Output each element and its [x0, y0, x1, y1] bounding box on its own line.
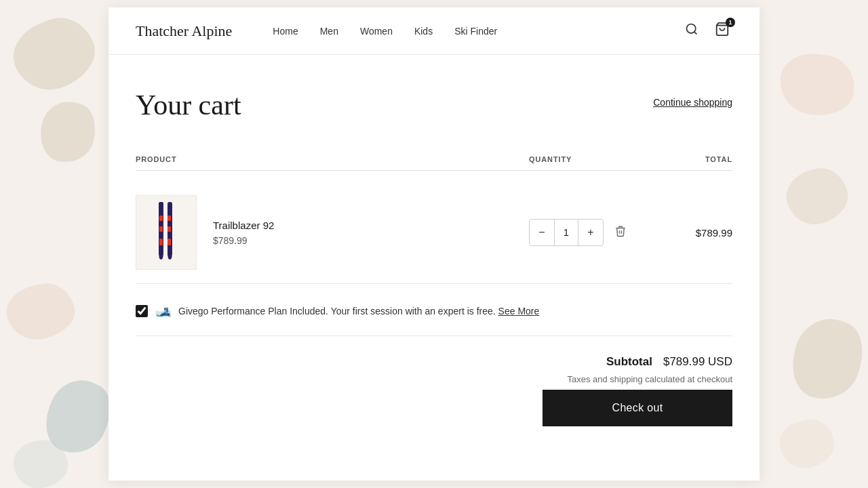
svg-line-1: [694, 32, 697, 35]
svg-rect-17: [167, 239, 171, 245]
subtotal-row: Subtotal $789.99 USD: [606, 355, 732, 369]
nav-link-home[interactable]: Home: [273, 26, 298, 37]
tax-note: Taxes and shipping calculated at checkou…: [567, 374, 732, 384]
givego-text: Givego Performance Plan Included. Your f…: [178, 306, 539, 317]
total-column-header: Total: [651, 155, 732, 163]
nav-links: Home Men Women Kids Ski Finder: [273, 26, 682, 37]
search-icon: [685, 22, 698, 36]
quantity-increase-button[interactable]: +: [578, 220, 603, 245]
givego-section: 🎿 Givego Performance Plan Included. Your…: [136, 284, 732, 336]
navbar: Thatcher Alpine Home Men Women Kids Ski …: [108, 7, 760, 55]
product-name: Trailblazer 92: [213, 220, 274, 231]
svg-point-11: [159, 253, 163, 260]
subtotal-section: Subtotal $789.99 USD Taxes and shipping …: [136, 336, 732, 440]
product-unit-price: $789.99: [213, 235, 274, 246]
cart-badge: 1: [726, 18, 735, 27]
product-image: [136, 195, 197, 270]
quantity-cell: − 1 +: [529, 219, 651, 246]
nav-link-men[interactable]: Men: [320, 26, 338, 37]
svg-rect-9: [159, 239, 163, 245]
svg-rect-15: [167, 226, 171, 232]
nav-icons: 1: [682, 19, 732, 43]
svg-rect-16: [167, 232, 171, 239]
givego-checkbox[interactable]: [136, 305, 148, 317]
nav-link-ski-finder[interactable]: Ski Finder: [454, 26, 497, 37]
svg-rect-8: [159, 232, 163, 239]
cart-button[interactable]: 1: [712, 19, 732, 43]
trash-icon: [614, 225, 627, 237]
svg-rect-6: [159, 221, 163, 226]
cart-columns: Product Quantity Total: [136, 148, 732, 171]
svg-rect-5: [159, 216, 163, 221]
product-info: Trailblazer 92 $789.99: [213, 220, 274, 246]
quantity-column-header: Quantity: [529, 155, 651, 163]
quantity-value: 1: [554, 220, 578, 245]
givego-icon: 🎿: [155, 303, 172, 319]
svg-point-19: [168, 253, 172, 260]
svg-point-0: [687, 24, 696, 33]
item-total: $789.99: [651, 227, 732, 239]
page-container: Thatcher Alpine Home Men Women Kids Ski …: [108, 7, 760, 481]
nav-link-women[interactable]: Women: [360, 26, 393, 37]
svg-rect-14: [167, 221, 171, 226]
delete-item-button[interactable]: [612, 222, 629, 243]
svg-rect-7: [159, 226, 163, 232]
subtotal-value: $789.99 USD: [663, 355, 732, 369]
product-column-header: Product: [136, 155, 529, 163]
quantity-decrease-button[interactable]: −: [530, 220, 554, 245]
givego-see-more-link[interactable]: See More: [498, 306, 540, 317]
brand-logo[interactable]: Thatcher Alpine: [136, 22, 232, 40]
checkout-button[interactable]: Check out: [542, 390, 732, 426]
main-content: Your cart Continue shopping Product Quan…: [108, 55, 760, 481]
continue-shopping-link[interactable]: Continue shopping: [653, 97, 732, 108]
cart-header: Your cart Continue shopping: [136, 89, 732, 121]
givego-description: Givego Performance Plan Included. Your f…: [178, 306, 496, 317]
search-button[interactable]: [682, 20, 701, 42]
svg-rect-13: [167, 216, 171, 221]
svg-rect-4: [159, 202, 163, 216]
quantity-control: − 1 +: [529, 219, 604, 246]
ski-illustration: [153, 199, 180, 266]
product-cell: Trailblazer 92 $789.99: [136, 195, 529, 270]
cart-title: Your cart: [136, 89, 241, 121]
nav-link-kids[interactable]: Kids: [414, 26, 433, 37]
cart-item: Trailblazer 92 $789.99 − 1 +: [136, 182, 732, 284]
subtotal-label: Subtotal: [606, 355, 652, 369]
